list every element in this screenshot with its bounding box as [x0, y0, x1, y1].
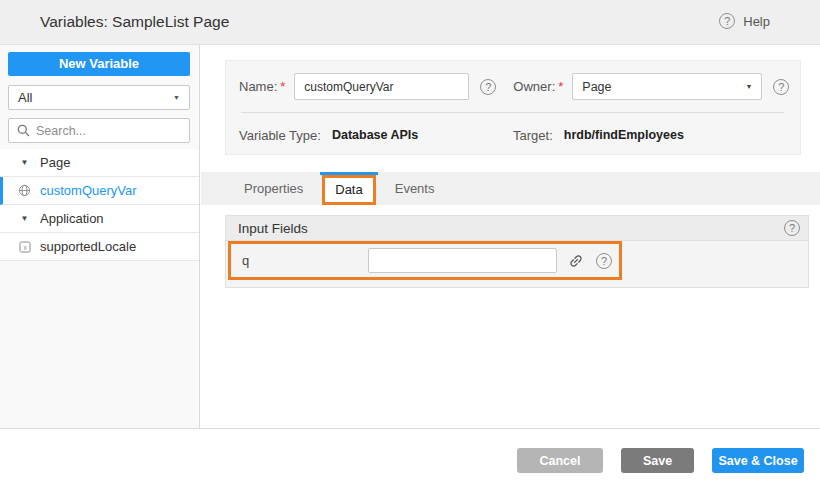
help-link[interactable]: ? Help: [719, 13, 770, 29]
detail-tabbar: Properties Data Events: [201, 172, 820, 205]
save-button[interactable]: Save: [621, 448, 694, 473]
tab-properties[interactable]: Properties: [227, 172, 320, 205]
field-help-icon[interactable]: ?: [596, 253, 612, 269]
input-fields-section: Input Fields ? q ?: [225, 215, 809, 288]
variable-filter-dropdown[interactable]: All ▼: [8, 85, 190, 110]
tab-data[interactable]: Data: [322, 172, 375, 205]
search-input[interactable]: [36, 124, 176, 138]
tree-group-label: Application: [40, 211, 104, 226]
chevron-down-icon: ▼: [173, 94, 180, 101]
owner-label: Owner:: [513, 79, 555, 94]
tab-events[interactable]: Events: [378, 172, 452, 205]
search-icon: [17, 124, 30, 137]
input-fields-body: q ?: [225, 241, 809, 288]
variable-search[interactable]: [8, 118, 190, 143]
field-label: q: [242, 253, 368, 268]
help-icon: ?: [719, 13, 735, 29]
form-divider: [241, 112, 784, 113]
owner-select[interactable]: Page ▼: [572, 73, 762, 100]
new-variable-button[interactable]: New Variable: [8, 52, 190, 76]
save-and-close-button[interactable]: Save & Close: [712, 448, 804, 473]
dialog-footer: Cancel Save Save & Close: [0, 428, 820, 489]
tree-group-page[interactable]: ▼ Page: [0, 149, 199, 177]
active-tab-indicator: [320, 172, 377, 175]
variable-summary-form: Name:* ? Owner:* Page ▼ ? Variable Type:…: [225, 60, 801, 155]
owner-selected-value: Page: [582, 80, 611, 94]
field-q-input[interactable]: [368, 248, 557, 273]
collapse-triangle-icon: ▼: [18, 158, 31, 167]
input-fields-header: Input Fields ?: [225, 215, 809, 241]
chevron-down-icon: ▼: [745, 83, 752, 90]
variable-type-label: Variable Type:: [239, 128, 321, 143]
variables-dialog: Variables: SampleList Page ? Help New Va…: [0, 0, 820, 489]
variable-detail-panel: Name:* ? Owner:* Page ▼ ? Variable Type:…: [201, 45, 820, 428]
tree-group-application[interactable]: ▼ Application: [0, 205, 199, 233]
variables-tree: ▼ Page customQueryVar ▼ Application x su…: [0, 149, 199, 261]
tree-item-customqueryvar[interactable]: customQueryVar: [0, 177, 199, 205]
collapse-triangle-icon: ▼: [18, 214, 31, 223]
service-variable-icon: [18, 184, 31, 197]
section-help-icon[interactable]: ?: [784, 220, 800, 236]
locale-variable-icon: x: [18, 241, 31, 253]
required-marker: *: [280, 79, 285, 94]
name-help-icon[interactable]: ?: [480, 79, 496, 95]
target-value: hrdb/findEmployees: [564, 128, 684, 143]
name-label: Name:: [239, 79, 277, 94]
tree-item-label: supportedLocale: [40, 239, 136, 254]
field-row-q-annotation-box: q ?: [228, 241, 622, 280]
section-title: Input Fields: [238, 221, 308, 236]
variable-type-value: Database APIs: [332, 128, 418, 143]
tree-item-label: customQueryVar: [40, 183, 137, 198]
help-label: Help: [743, 14, 770, 29]
dialog-header: Variables: SampleList Page ? Help: [0, 0, 820, 45]
page-title: Variables: SampleList Page: [40, 13, 229, 31]
filter-selected-value: All: [18, 90, 32, 105]
bind-link-icon[interactable]: [568, 253, 584, 269]
target-label: Target:: [513, 128, 553, 143]
svg-text:x: x: [23, 243, 27, 250]
required-marker: *: [558, 79, 563, 94]
tree-group-label: Page: [40, 155, 70, 170]
owner-help-icon[interactable]: ?: [773, 79, 789, 95]
variables-sidebar: New Variable All ▼ ▼ Page customQueryVar: [0, 45, 200, 428]
tab-data-annotation-box: Data: [322, 175, 375, 205]
cancel-button[interactable]: Cancel: [517, 448, 603, 473]
tree-item-supportedlocale[interactable]: x supportedLocale: [0, 233, 199, 261]
name-field[interactable]: [294, 73, 469, 100]
